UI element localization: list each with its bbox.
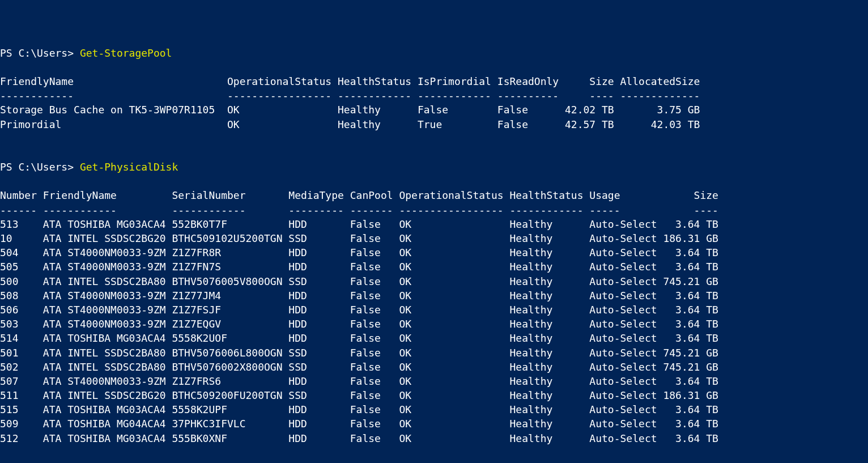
blank-line bbox=[0, 131, 868, 146]
prompt-command: Get-StoragePool bbox=[80, 47, 172, 59]
physicaldisk-row: 505 ATA ST4000NM0033-9ZM Z1Z7FN7S HDD Fa… bbox=[0, 260, 868, 274]
blank-line bbox=[0, 146, 868, 160]
physicaldisk-row: 512 ATA TOSHIBA MG03ACA4 555BK0XNF HDD F… bbox=[0, 431, 868, 445]
blank-line bbox=[0, 60, 868, 74]
storagepool-row: Primordial OK Healthy True False 42.57 T… bbox=[0, 117, 868, 131]
physicaldisk-row: 10 ATA INTEL SSDSC2BG20 BTHC509102U5200T… bbox=[0, 231, 868, 245]
powershell-terminal[interactable]: PS C:\Users> Get-StoragePool FriendlyNam… bbox=[0, 46, 868, 445]
physicaldisk-row: 508 ATA ST4000NM0033-9ZM Z1Z77JM4 HDD Fa… bbox=[0, 288, 868, 303]
physicaldisk-row: 515 ATA TOSHIBA MG03ACA4 5558K2UPF HDD F… bbox=[0, 402, 868, 417]
physicaldisk-row: 507 ATA ST4000NM0033-9ZM Z1Z7FRS6 HDD Fa… bbox=[0, 374, 868, 388]
physicaldisk-row: 502 ATA INTEL SSDSC2BA80 BTHV5076002X800… bbox=[0, 360, 868, 374]
prompt-prefix: PS C:\Users> bbox=[0, 47, 80, 59]
physicaldisk-row: 500 ATA INTEL SSDSC2BA80 BTHV5076005V800… bbox=[0, 274, 868, 288]
physicaldisk-row: 509 ATA TOSHIBA MG04ACA4 37PHKC3IFVLC HD… bbox=[0, 417, 868, 431]
storagepool-divider: ------------ ----------------- ---------… bbox=[0, 88, 868, 103]
prompt-line-1[interactable]: PS C:\Users> Get-StoragePool bbox=[0, 46, 868, 60]
physicaldisk-header: Number FriendlyName SerialNumber MediaTy… bbox=[0, 188, 868, 202]
prompt-command: Get-PhysicalDisk bbox=[80, 161, 178, 173]
physicaldisk-divider: ------ ------------ ------------ -------… bbox=[0, 203, 868, 217]
physicaldisk-row: 501 ATA INTEL SSDSC2BA80 BTHV5076006L800… bbox=[0, 346, 868, 360]
physicaldisk-row: 513 ATA TOSHIBA MG03ACA4 552BK0T7F HDD F… bbox=[0, 217, 868, 231]
blank-line bbox=[0, 174, 868, 188]
physicaldisk-row: 506 ATA ST4000NM0033-9ZM Z1Z7FSJF HDD Fa… bbox=[0, 303, 868, 317]
physicaldisk-row: 514 ATA TOSHIBA MG03ACA4 5558K2UOF HDD F… bbox=[0, 331, 868, 345]
prompt-prefix: PS C:\Users> bbox=[0, 161, 80, 173]
physicaldisk-row: 511 ATA INTEL SSDSC2BG20 BTHC509200FU200… bbox=[0, 388, 868, 402]
storagepool-row: Storage Bus Cache on TK5-3WP07R1105 OK H… bbox=[0, 103, 868, 117]
physicaldisk-row: 503 ATA ST4000NM0033-9ZM Z1Z7EQGV HDD Fa… bbox=[0, 317, 868, 331]
prompt-line-2[interactable]: PS C:\Users> Get-PhysicalDisk bbox=[0, 160, 868, 174]
storagepool-header: FriendlyName OperationalStatus HealthSta… bbox=[0, 74, 868, 88]
physicaldisk-row: 504 ATA ST4000NM0033-9ZM Z1Z7FR8R HDD Fa… bbox=[0, 245, 868, 260]
